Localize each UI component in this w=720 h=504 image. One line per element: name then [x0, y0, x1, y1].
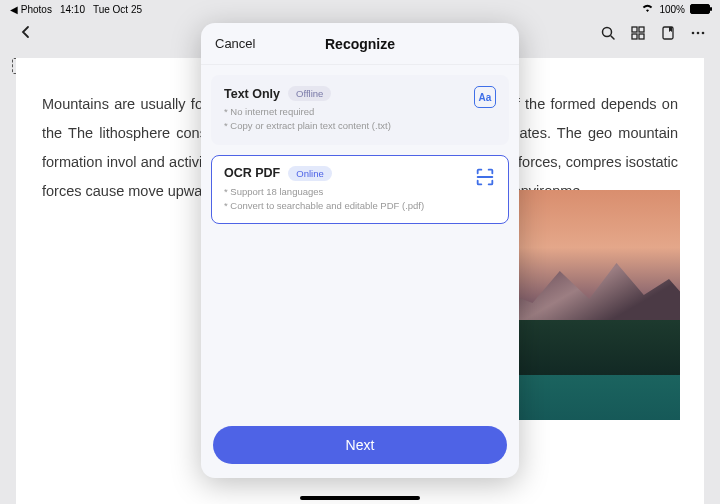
status-date: Tue Oct 25 [93, 4, 142, 15]
svg-rect-1 [632, 27, 637, 32]
svg-rect-2 [639, 27, 644, 32]
back-app-link[interactable]: ◀ Photos [10, 4, 52, 15]
option-desc-1: * No internet required [224, 105, 496, 119]
offline-badge: Offline [288, 86, 331, 101]
option-ocr-pdf[interactable]: OCR PDF Online * Support 18 languages * … [211, 155, 509, 225]
recognize-modal: Cancel Recognize Text Only Offline * No … [201, 23, 519, 478]
grid-icon[interactable] [630, 25, 646, 41]
battery-icon [690, 4, 710, 14]
home-indicator[interactable] [300, 496, 420, 500]
modal-body: Text Only Offline * No internet required… [201, 65, 519, 416]
text-icon: Aa [474, 86, 496, 108]
wifi-icon [641, 3, 654, 15]
back-icon[interactable] [18, 24, 34, 40]
battery-percent: 100% [659, 4, 685, 15]
status-time: 14:10 [60, 4, 85, 15]
online-badge: Online [288, 166, 331, 181]
svg-point-6 [692, 32, 695, 35]
cancel-button[interactable]: Cancel [215, 36, 255, 51]
option-text-only[interactable]: Text Only Offline * No internet required… [211, 75, 509, 145]
search-icon[interactable] [600, 25, 616, 41]
option-title: Text Only [224, 87, 280, 101]
status-bar: ◀ Photos 14:10 Tue Oct 25 100% [0, 0, 720, 18]
more-icon[interactable] [690, 25, 706, 41]
svg-rect-4 [639, 34, 644, 39]
svg-rect-3 [632, 34, 637, 39]
modal-header: Cancel Recognize [201, 23, 519, 65]
option-title: OCR PDF [224, 166, 280, 180]
svg-point-0 [603, 28, 612, 37]
svg-point-8 [702, 32, 705, 35]
scan-icon [474, 166, 496, 188]
modal-title: Recognize [325, 36, 395, 52]
option-desc-1: * Support 18 languages [224, 185, 496, 199]
svg-point-7 [697, 32, 700, 35]
option-desc-2: * Copy or extract plain text content (.t… [224, 119, 496, 133]
bookmark-icon[interactable] [660, 25, 676, 41]
next-button[interactable]: Next [213, 426, 507, 464]
option-desc-2: * Convert to searchable and editable PDF… [224, 199, 496, 213]
